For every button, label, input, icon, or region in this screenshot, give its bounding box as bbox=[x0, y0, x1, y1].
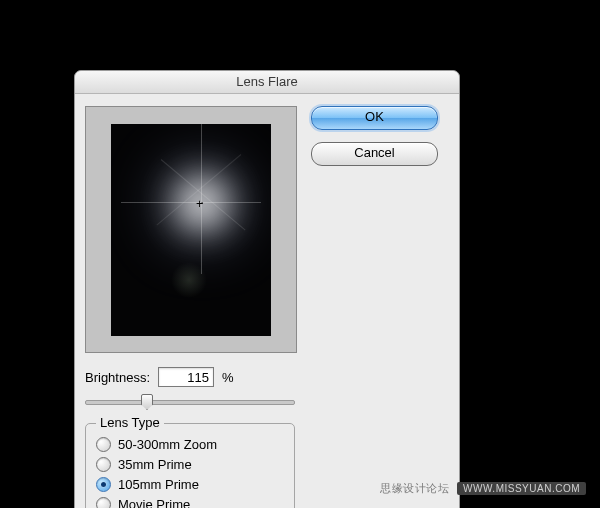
watermark-url: WWW.MISSYUAN.COM bbox=[457, 482, 586, 495]
lens-option-label: Movie Prime bbox=[118, 497, 190, 509]
flare-streak bbox=[156, 154, 241, 225]
lens-flare-dialog: Lens Flare + Brightness: % bbox=[74, 70, 460, 508]
flare-ghost bbox=[171, 262, 207, 298]
slider-thumb[interactable] bbox=[141, 394, 153, 410]
flare-center-crosshair[interactable]: + bbox=[196, 198, 203, 210]
radio-icon[interactable] bbox=[96, 437, 111, 452]
lens-option-label: 35mm Prime bbox=[118, 457, 192, 472]
preview-frame: + bbox=[85, 106, 297, 353]
lens-option[interactable]: 35mm Prime bbox=[96, 454, 284, 474]
watermark-text: 思缘设计论坛 bbox=[380, 481, 449, 496]
dialog-title: Lens Flare bbox=[75, 71, 459, 94]
brightness-row: Brightness: % bbox=[85, 367, 297, 387]
radio-icon[interactable] bbox=[96, 477, 111, 492]
radio-icon[interactable] bbox=[96, 457, 111, 472]
flare-streak bbox=[161, 159, 246, 230]
right-column: OK Cancel bbox=[311, 106, 449, 508]
flare-streak bbox=[121, 202, 261, 203]
lens-option[interactable]: 50-300mm Zoom bbox=[96, 434, 284, 454]
lens-option-label: 105mm Prime bbox=[118, 477, 199, 492]
lens-option-label: 50-300mm Zoom bbox=[118, 437, 217, 452]
left-column: + Brightness: % Lens Type 50-300mm Zoom3… bbox=[85, 106, 297, 508]
lens-type-title: Lens Type bbox=[96, 415, 164, 430]
dialog-content: + Brightness: % Lens Type 50-300mm Zoom3… bbox=[75, 94, 459, 508]
brightness-label: Brightness: bbox=[85, 370, 150, 385]
brightness-suffix: % bbox=[222, 370, 234, 385]
brightness-slider[interactable] bbox=[85, 393, 295, 409]
preview-canvas[interactable]: + bbox=[111, 124, 271, 336]
watermark: 思缘设计论坛 WWW.MISSYUAN.COM bbox=[380, 481, 586, 496]
lens-type-group: Lens Type 50-300mm Zoom35mm Prime105mm P… bbox=[85, 423, 295, 508]
lens-option[interactable]: Movie Prime bbox=[96, 494, 284, 508]
ok-button[interactable]: OK bbox=[311, 106, 438, 130]
cancel-button[interactable]: Cancel bbox=[311, 142, 438, 166]
radio-icon[interactable] bbox=[96, 497, 111, 509]
lens-option[interactable]: 105mm Prime bbox=[96, 474, 284, 494]
slider-track bbox=[85, 400, 295, 405]
brightness-input[interactable] bbox=[158, 367, 214, 387]
